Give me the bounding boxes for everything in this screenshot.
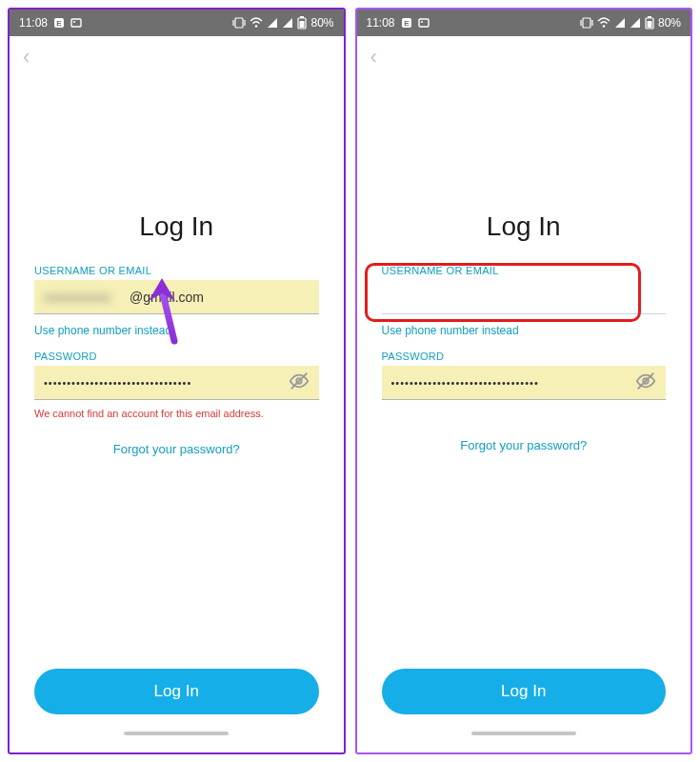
back-button[interactable]: ‹ [370, 47, 377, 68]
wifi-icon [250, 17, 263, 29]
vibrate-icon [580, 17, 593, 29]
svg-point-16 [421, 21, 423, 23]
gallery-icon [418, 17, 430, 29]
svg-text:E: E [56, 19, 62, 28]
password-dots: •••••••••••••••••••••••••••••••• [391, 377, 539, 389]
use-phone-link[interactable]: Use phone number instead [34, 324, 319, 337]
battery-icon [645, 16, 654, 30]
gesture-indicator [471, 732, 576, 735]
use-phone-link[interactable]: Use phone number instead [382, 324, 667, 337]
svg-rect-2 [71, 19, 81, 27]
svg-rect-10 [300, 21, 305, 28]
login-form: Log In USERNAME OR EMAIL xxxxxxxxxx @gma… [10, 78, 344, 752]
username-input[interactable]: xxxxxxxxxx @gmail.com [34, 280, 319, 314]
password-dots: •••••••••••••••••••••••••••••••• [44, 377, 191, 389]
svg-point-7 [255, 25, 258, 28]
status-time: 11:08 [367, 16, 395, 30]
battery-icon [297, 16, 307, 30]
password-input[interactable]: •••••••••••••••••••••••••••••••• [382, 366, 667, 400]
app-badge-icon: E [53, 17, 65, 29]
phone-screenshot-left: 11:08 E 80% ‹ Log In USERNAME OR EMAIL x… [8, 8, 346, 754]
status-bar: 11:08 E 80% [10, 10, 344, 36]
signal-icon-2 [282, 17, 293, 29]
gesture-indicator [124, 732, 229, 735]
status-bar: 11:08 E 80% [357, 10, 691, 36]
svg-rect-23 [647, 21, 651, 28]
signal-icon-2 [630, 17, 641, 29]
username-visible-suffix: @gmail.com [130, 290, 204, 305]
svg-rect-15 [419, 19, 429, 27]
login-form: Log In USERNAME OR EMAIL Use phone numbe… [357, 78, 691, 752]
username-masked-prefix: xxxxxxxxxx [44, 290, 130, 305]
forgot-password-link[interactable]: Forgot your password? [34, 442, 319, 456]
vibrate-icon [232, 17, 246, 29]
username-label: USERNAME OR EMAIL [382, 265, 667, 276]
password-label: PASSWORD [382, 351, 667, 362]
gallery-icon [70, 17, 82, 29]
svg-text:E: E [404, 19, 410, 28]
wifi-icon [597, 17, 610, 29]
status-time: 11:08 [19, 16, 48, 30]
phone-screenshot-right: 11:08 E 80% ‹ Log In USERNAME OR EMAIL U… [355, 8, 693, 754]
svg-point-20 [603, 25, 606, 28]
battery-percent: 80% [658, 16, 681, 30]
svg-rect-4 [235, 18, 243, 28]
signal-icon-1 [267, 17, 278, 29]
login-button[interactable]: Log In [34, 669, 319, 714]
username-label: USERNAME OR EMAIL [34, 265, 319, 276]
toggle-password-visibility-icon[interactable] [289, 371, 310, 395]
nav-bar: ‹ [10, 36, 344, 78]
page-title: Log In [382, 211, 667, 242]
username-input[interactable] [382, 280, 667, 314]
error-message: We cannot find an account for this email… [34, 408, 319, 419]
toggle-password-visibility-icon[interactable] [635, 371, 656, 395]
app-badge-icon: E [401, 17, 412, 29]
svg-point-3 [73, 21, 75, 23]
battery-percent: 80% [310, 16, 333, 30]
password-label: PASSWORD [34, 351, 319, 362]
svg-rect-17 [583, 18, 590, 28]
login-button[interactable]: Log In [382, 669, 667, 714]
signal-icon-1 [614, 17, 626, 29]
nav-bar: ‹ [357, 36, 691, 78]
password-input[interactable]: •••••••••••••••••••••••••••••••• [34, 366, 319, 400]
page-title: Log In [34, 211, 319, 242]
forgot-password-link[interactable]: Forgot your password? [382, 438, 667, 452]
back-button[interactable]: ‹ [23, 47, 30, 68]
